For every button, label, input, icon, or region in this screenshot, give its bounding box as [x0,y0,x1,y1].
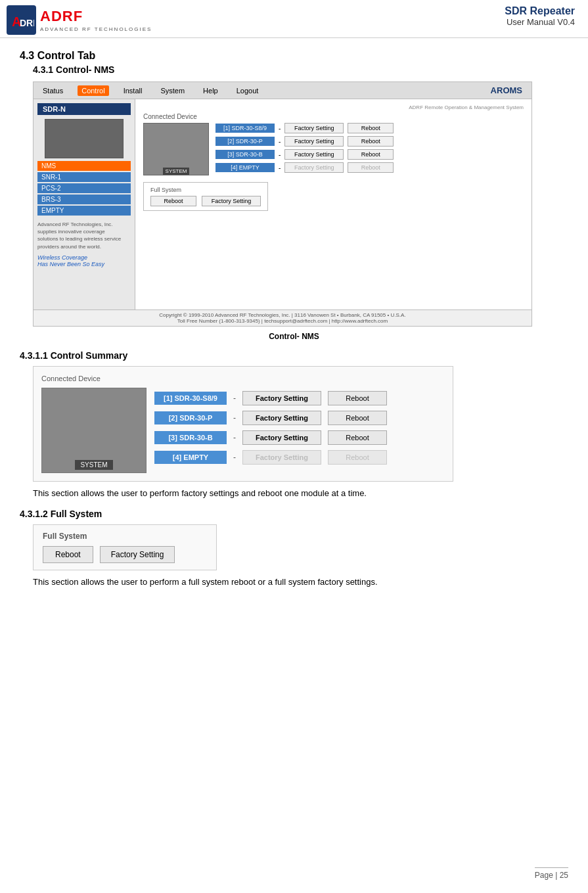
cs-factory-btn-2[interactable]: Factory Setting [242,411,321,425]
header-main-title: SDR Repeater [505,5,575,17]
nms-footer: Copyright © 1999-2010 Advanced RF Techno… [34,309,531,326]
dev3-reboot-btn[interactable]: Reboot [348,149,394,160]
full-system-btns-nms: Reboot Factory Setting [150,196,261,206]
cs-device-image: SYSTEM [41,388,147,473]
nav-control[interactable]: Control [78,85,108,96]
full-system-section-nms: Full System Reboot Factory Setting [143,182,268,211]
sidebar-btn-pcs2[interactable]: PCS-2 [37,183,131,193]
sidebar-btn-snr1[interactable]: SNR-1 [37,172,131,182]
cs-system-label: SYSTEM [75,460,112,470]
sidebar-btn-nms[interactable]: NMS [37,161,131,171]
dev4-name-btn[interactable]: [4] EMPTY [215,163,275,172]
cs-factory-btn-3[interactable]: Factory Setting [242,430,321,445]
wireless-line2: Has Never Been So Easy [37,261,131,267]
cs-row-4: [4] EMPTY - Factory Setting Reboot [154,450,445,465]
connected-device-label: Connected Device [143,113,524,120]
dev4-reboot-btn: Reboot [348,162,394,173]
dev2-factory-btn[interactable]: Factory Setting [284,136,344,147]
dev2-dash: - [279,138,281,145]
nav-install[interactable]: Install [120,85,147,96]
cs-dev1-btn[interactable]: [1] SDR-30-S8/9 [154,392,227,405]
device-row-2: [2] SDR-30-P - Factory Setting Reboot [215,136,524,147]
full-system-label-nms: Full System [150,187,261,193]
logo-area: A DRF ADRF ADVANCED RF TECHNOLOGIES [7,5,152,35]
full-factory-btn-nms[interactable]: Factory Setting [202,196,261,206]
dev3-dash: - [279,151,281,158]
cs-row: SYSTEM [1] SDR-30-S8/9 - Factory Setting… [41,388,445,473]
nav-logout[interactable]: Logout [233,85,263,96]
dev1-dash: - [279,125,281,132]
dev3-name-btn[interactable]: [3] SDR-30-B [215,150,275,159]
dev4-factory-btn: Factory Setting [284,162,344,173]
cs-row-3: [3] SDR-30-B - Factory Setting Reboot [154,430,445,445]
summary-description: This section allows the user to perform … [33,488,568,498]
cs-row-2: [2] SDR-30-P - Factory Setting Reboot [154,411,445,425]
dev2-name-btn[interactable]: [2] SDR-30-P [215,137,275,146]
logo-icon: A DRF [7,5,36,35]
cs-connected-label: Connected Device [41,375,445,382]
page-footer: Page | 25 [535,867,568,880]
sub-section-heading: 4.3.1 Control- NMS [33,64,568,75]
cs-factory-btn-4: Factory Setting [242,450,321,465]
svg-text:DRF: DRF [20,18,34,28]
device-row-3: [3] SDR-30-B - Factory Setting Reboot [215,149,524,160]
copyright-line1: Copyright © 1999-2010 Advanced RF Techno… [39,312,526,318]
wireless-line1: Wireless Coverage [37,254,131,261]
screenshot-caption: Control- NMS [20,332,568,341]
nms-inner: SDR-N NMS SNR-1 PCS-2 BRS-3 EMPTY Advanc… [34,99,531,309]
cs-buttons-area: [1] SDR-30-S8/9 - Factory Setting Reboot… [154,391,445,470]
logo-subtext: ADVANCED RF TECHNOLOGIES [40,26,152,32]
dev2-reboot-btn[interactable]: Reboot [348,136,394,147]
control-summary-heading: 4.3.1.1 Control Summary [20,350,568,361]
page-number: Page | 25 [535,867,568,880]
sidebar-btn-brs3[interactable]: BRS-3 [37,195,131,204]
nms-screenshot: Status Control Install System Help Logou… [33,81,532,327]
aroms-label: AROMS [487,84,526,97]
control-grid: SYSTEM [1] SDR-30-S8/9 - Factory Setting… [143,123,524,175]
nms-topbar: Status Control Install System Help Logou… [34,82,531,99]
cs-dev2-btn[interactable]: [2] SDR-30-P [154,411,227,424]
header-title: SDR Repeater User Manual V0.4 [505,5,575,27]
nav-system[interactable]: System [156,85,189,96]
cs-row-1: [1] SDR-30-S8/9 - Factory Setting Reboot [154,391,445,405]
wireless-text: Wireless Coverage Has Never Been So Easy [37,254,131,267]
sidebar-btn-empty[interactable]: EMPTY [37,206,131,216]
system-label-nms: SYSTEM [163,168,190,175]
device-row-4: [4] EMPTY - Factory Setting Reboot [215,162,524,173]
cs-reboot-btn-3[interactable]: Reboot [328,430,387,445]
full-sys-factory-btn[interactable]: Factory Setting [100,546,175,563]
dev1-name-btn[interactable]: [1] SDR-30-S8/9 [215,124,275,133]
device-buttons-area: [1] SDR-30-S8/9 - Factory Setting Reboot… [215,123,524,175]
cs-dev3-btn[interactable]: [3] SDR-30-B [154,431,227,444]
cs-factory-btn-1[interactable]: Factory Setting [242,391,321,405]
cs-dash-4: - [233,453,236,462]
page-header: A DRF ADRF ADVANCED RF TECHNOLOGIES SDR … [0,0,588,38]
dev3-factory-btn[interactable]: Factory Setting [284,149,344,160]
footer-line3: solutions to leading wireless service [37,235,131,242]
full-sys-label: Full System [43,532,207,541]
cs-reboot-btn-1[interactable]: Reboot [328,391,387,405]
sdr-label: SDR-N [37,103,131,115]
full-reboot-btn-nms[interactable]: Reboot [150,196,196,206]
dev4-dash: - [279,164,281,172]
main-content: 4.3 Control Tab 4.3.1 Control- NMS Statu… [0,38,588,609]
header-subtitle: User Manual V0.4 [505,17,575,27]
dev1-reboot-btn[interactable]: Reboot [348,123,394,133]
nav-help[interactable]: Help [199,85,222,96]
cs-dev4-btn[interactable]: [4] EMPTY [154,451,227,464]
footer-line4: providers around the world. [37,243,131,250]
footer-line1: Advanced RF Technologies, Inc. [37,221,131,228]
aroms-subtitle: ADRF Remote Operation & Management Syste… [143,104,524,110]
footer-line2: supplies innovative coverage [37,228,131,235]
nms-sidebar: SDR-N NMS SNR-1 PCS-2 BRS-3 EMPTY Advanc… [34,99,135,309]
cs-dash-3: - [233,433,236,442]
full-sys-btns: Reboot Factory Setting [43,546,207,563]
control-summary-box: Connected Device SYSTEM [1] SDR-30-S8/9 … [33,366,453,482]
nms-content-area: ADRF Remote Operation & Management Syste… [135,99,531,309]
full-sys-reboot-btn[interactable]: Reboot [43,546,93,563]
cs-reboot-btn-2[interactable]: Reboot [328,411,387,425]
nav-status[interactable]: Status [39,85,67,96]
full-system-box: Full System Reboot Factory Setting [33,524,217,570]
dev1-factory-btn[interactable]: Factory Setting [284,123,344,133]
cs-dash-2: - [233,413,236,423]
